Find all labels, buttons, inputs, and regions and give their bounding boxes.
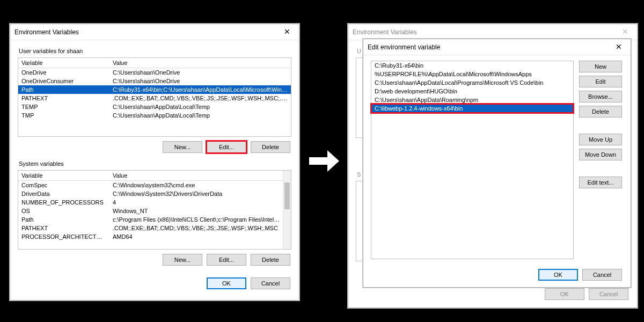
edittext-button[interactable]: Edit text... bbox=[579, 177, 622, 188]
path-entry[interactable]: %USERPROFILE%\AppData\Local\Microsoft\Wi… bbox=[371, 70, 573, 78]
var-name: OneDriveConsumer bbox=[18, 77, 109, 85]
movedown-button[interactable]: Move Down bbox=[579, 149, 622, 160]
close-icon[interactable]: ✕ bbox=[280, 27, 295, 38]
sys-delete-button[interactable]: Delete bbox=[251, 254, 290, 266]
var-value: C:\Users\shaan\AppData\Local\Temp bbox=[109, 112, 291, 119]
var-value: C:\Users\shaan\OneDrive bbox=[109, 69, 291, 76]
edit-env-var-dialog: Edit environment variable ✕ C:\Ruby31-x6… bbox=[363, 39, 631, 288]
var-name: NUMBER_OF_PROCESSORS bbox=[18, 199, 109, 206]
user-new-button[interactable]: New... bbox=[163, 141, 202, 153]
col-value[interactable]: Value bbox=[109, 171, 291, 180]
var-value: c:\Program Files (x86)\Intel\iCLS Client… bbox=[109, 216, 291, 223]
var-name: ComSpec bbox=[18, 181, 109, 189]
var-value: .COM;.EXE;.BAT;.CMD;.VBS;.VBE;.JS;.JSE;.… bbox=[109, 224, 291, 232]
titlebar: Environment Variables ✕ bbox=[348, 24, 637, 40]
user-delete-button[interactable]: Delete bbox=[251, 141, 290, 153]
path-entry[interactable]: C:\Ruby31-x64\bin bbox=[371, 61, 573, 70]
dialog-title: Environment Variables bbox=[353, 28, 618, 36]
table-row[interactable]: Pathc:\Program Files (x86)\Intel\iCLS Cl… bbox=[18, 215, 291, 224]
ok-button[interactable]: OK bbox=[538, 269, 578, 281]
var-name: PATHEXT bbox=[18, 94, 109, 102]
dialog-title: Environment Variables bbox=[14, 28, 280, 36]
var-value: Windows_NT bbox=[109, 207, 291, 215]
var-value: C:\Windows\System32\Drivers\DriverData bbox=[109, 190, 291, 197]
var-value: 4 bbox=[109, 199, 291, 206]
table-row[interactable]: OneDriveConsumerC:\Users\shaan\OneDrive bbox=[18, 77, 291, 85]
table-row[interactable]: ComSpecC:\Windows\system32\cmd.exe bbox=[18, 181, 291, 189]
table-row[interactable]: OSWindows_NT bbox=[18, 207, 291, 215]
table-row[interactable]: OneDriveC:\Users\shaan\OneDrive bbox=[18, 68, 291, 77]
var-value: .COM;.EXE;.BAT;.CMD;.VBS;.VBE;.JS;.JSE;.… bbox=[109, 94, 291, 102]
var-name: OneDrive bbox=[18, 69, 109, 76]
table-row[interactable]: PROCESSOR_ARCHITECTUREAMD64 bbox=[18, 232, 291, 241]
sys-edit-button[interactable]: Edit... bbox=[207, 254, 246, 266]
cancel-button[interactable]: Cancel bbox=[251, 277, 290, 289]
var-value: AMD64 bbox=[109, 233, 291, 240]
sys-new-button[interactable]: New... bbox=[163, 254, 202, 266]
cancel-button[interactable]: Cancel bbox=[582, 269, 622, 281]
var-value: C:\Windows\system32\cmd.exe bbox=[109, 181, 291, 189]
path-entries-list[interactable]: C:\Ruby31-x64\bin%USERPROFILE%\AppData\L… bbox=[371, 61, 574, 259]
table-row[interactable]: TMPC:\Users\shaan\AppData\Local\Temp bbox=[18, 111, 291, 120]
path-entry[interactable]: C:\libwebp-1.2.4-windows-x64\bin bbox=[371, 104, 573, 113]
titlebar: Environment Variables ✕ bbox=[10, 24, 299, 40]
table-row[interactable]: PATHEXT.COM;.EXE;.BAT;.CMD;.VBS;.VBE;.JS… bbox=[18, 224, 291, 232]
col-value[interactable]: Value bbox=[109, 58, 291, 68]
close-icon[interactable]: ✕ bbox=[611, 42, 626, 53]
var-value: C:\Users\shaan\AppData\Local\Temp bbox=[109, 103, 291, 111]
arrow-icon bbox=[309, 150, 340, 172]
user-vars-list[interactable]: Variable Value OneDriveC:\Users\shaan\On… bbox=[18, 57, 291, 137]
titlebar: Edit environment variable ✕ bbox=[363, 39, 631, 55]
dialog-title: Edit environment variable bbox=[368, 43, 611, 51]
var-name: PROCESSOR_ARCHITECTURE bbox=[18, 233, 109, 240]
table-row[interactable]: PathC:\Ruby31-x64\bin;C:\Users\shaan\App… bbox=[18, 85, 291, 94]
col-variable[interactable]: Variable bbox=[18, 58, 109, 68]
var-name: TMP bbox=[18, 112, 109, 119]
close-icon[interactable]: ✕ bbox=[618, 27, 633, 38]
var-value: C:\Users\shaan\OneDrive bbox=[109, 77, 291, 85]
user-vars-label: User variables for shaan bbox=[19, 48, 291, 54]
var-value: C:\Ruby31-x64\bin;C:\Users\shaan\AppData… bbox=[109, 86, 291, 93]
ok-button[interactable]: OK bbox=[207, 277, 246, 289]
moveup-button[interactable]: Move Up bbox=[579, 134, 622, 145]
cancel-button-bg[interactable]: Cancel bbox=[589, 288, 628, 300]
scrollbar[interactable] bbox=[283, 171, 291, 249]
var-name: TEMP bbox=[18, 103, 109, 111]
browse-button[interactable]: Browse... bbox=[579, 91, 622, 103]
env-vars-dialog: Environment Variables ✕ User variables f… bbox=[10, 24, 299, 301]
table-row[interactable]: NUMBER_OF_PROCESSORS4 bbox=[18, 198, 291, 207]
edit-button[interactable]: Edit bbox=[579, 76, 622, 87]
path-entry[interactable]: C:\Users\shaan\AppData\Local\Programs\Mi… bbox=[371, 78, 573, 87]
path-entry[interactable]: D:\web development\HUGO\bin bbox=[371, 87, 573, 96]
sys-vars-list[interactable]: Variable Value ComSpecC:\Windows\system3… bbox=[18, 170, 291, 250]
path-entry[interactable]: C:\Users\shaan\AppData\Roaming\npm bbox=[371, 96, 573, 104]
list-header: Variable Value bbox=[18, 58, 291, 68]
col-variable[interactable]: Variable bbox=[18, 171, 109, 180]
user-edit-button[interactable]: Edit... bbox=[207, 141, 246, 153]
new-button[interactable]: New bbox=[579, 61, 622, 72]
var-name: Path bbox=[18, 216, 109, 223]
table-row[interactable]: PATHEXT.COM;.EXE;.BAT;.CMD;.VBS;.VBE;.JS… bbox=[18, 94, 291, 103]
var-name: Path bbox=[18, 86, 109, 93]
list-header: Variable Value bbox=[18, 171, 291, 181]
var-name: PATHEXT bbox=[18, 224, 109, 232]
table-row[interactable]: TEMPC:\Users\shaan\AppData\Local\Temp bbox=[18, 103, 291, 111]
delete-button[interactable]: Delete bbox=[579, 106, 622, 118]
var-name: DriverData bbox=[18, 190, 109, 197]
var-name: OS bbox=[18, 207, 109, 215]
sys-vars-label: System variables bbox=[19, 160, 291, 167]
table-row[interactable]: DriverDataC:\Windows\System32\Drivers\Dr… bbox=[18, 189, 291, 198]
ok-button-bg[interactable]: OK bbox=[545, 288, 584, 300]
